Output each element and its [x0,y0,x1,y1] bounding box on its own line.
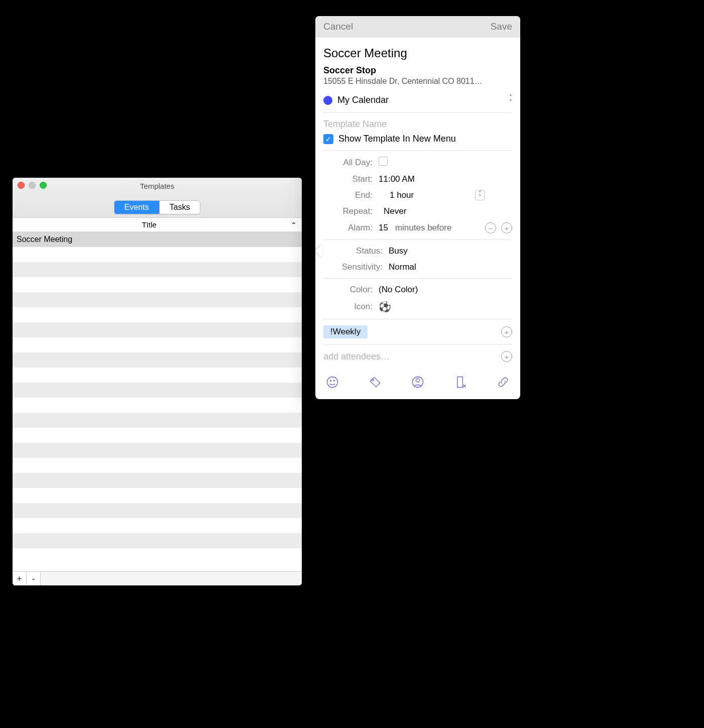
show-in-menu-row[interactable]: ✓ Show Template In New Menu [323,134,512,144]
table-row[interactable] [13,458,302,473]
chevron-down-icon[interactable]: ˅ [479,195,482,199]
tab-events[interactable]: Events [114,201,159,214]
timing-section: All Day: Start: 11:00 AM End: 1 hour ˄˅ … [323,151,512,240]
table-row[interactable] [13,383,302,398]
color-value[interactable]: (No Color) [379,285,512,295]
icon-label: Icon: [323,302,379,312]
template-name-field[interactable]: Template Name [323,119,512,130]
table-row[interactable] [13,307,302,322]
sort-chevron-icon[interactable]: ⌃ [286,221,302,229]
add-template-button[interactable]: + [13,572,27,585]
calendar-picker[interactable]: My Calendar ˄˅ [323,93,512,113]
tab-tasks[interactable]: Tasks [159,201,200,214]
table-row[interactable] [13,398,302,413]
attendees-section: add attendees… + [323,345,512,368]
calendar-name: My Calendar [337,95,389,105]
tag-icon[interactable] [368,375,382,391]
attendees-field[interactable]: add attendees… [323,351,390,362]
alarm-value[interactable]: 15 [379,223,388,233]
svg-point-5 [416,379,420,382]
table-row[interactable] [13,428,302,443]
window-minimize-button[interactable] [29,182,36,189]
window-controls [18,182,47,189]
save-button[interactable]: Save [491,21,512,32]
end-label: End: [323,190,379,200]
window-zoom-button[interactable] [40,182,47,189]
table-row[interactable] [13,548,302,563]
remove-alarm-button[interactable]: − [485,222,496,233]
status-label: Status: [323,246,389,256]
popover-bottom-toolbar [315,368,520,399]
color-label: Color: [323,285,379,295]
sensitivity-value[interactable]: Normal [389,262,512,272]
event-editor-popover: Cancel Save Soccer Meeting Soccer Stop 1… [315,16,520,399]
table-row[interactable] [13,443,302,458]
add-tag-button[interactable]: + [501,326,512,337]
table-row[interactable] [13,292,302,307]
repeat-label: Repeat: [323,206,379,216]
template-section: Template Name ✓ Show Template In New Men… [323,113,512,151]
end-value[interactable]: 1 hour [379,190,475,200]
event-title[interactable]: Soccer Meeting [323,46,512,60]
link-icon[interactable] [496,375,510,391]
tags-section: !Weekly + [323,319,512,345]
tag-chip[interactable]: !Weekly [323,325,368,338]
calendar-color-dot-icon [323,96,332,105]
table-row[interactable] [13,533,302,548]
svg-point-0 [327,377,338,388]
table-row[interactable] [13,518,302,533]
show-in-menu-label: Show Template In New Menu [338,134,456,144]
alarm-unit[interactable]: minutes before [395,223,451,233]
svg-point-2 [334,381,335,382]
table-row[interactable] [13,503,302,518]
all-day-label: All Day: [323,158,379,168]
table-row[interactable] [13,337,302,352]
table-row[interactable] [13,413,302,428]
table-row[interactable] [13,368,302,383]
duration-stepper[interactable]: ˄˅ [475,190,485,200]
start-label: Start: [323,174,379,184]
sensitivity-label: Sensitivity: [323,262,389,272]
appearance-section: Color: (No Color) Icon: ⚽ [323,279,512,319]
table-row[interactable] [13,488,302,503]
svg-point-3 [372,379,374,381]
attendee-icon[interactable] [411,375,425,391]
note-icon[interactable] [453,375,467,391]
show-in-menu-checkbox[interactable]: ✓ [323,134,333,144]
icon-value[interactable]: ⚽ [379,301,512,313]
status-value[interactable]: Busy [389,246,512,256]
updown-icon[interactable]: ˄˅ [509,95,512,105]
add-alarm-button[interactable]: + [501,222,512,233]
location-name[interactable]: Soccer Stop [323,65,512,76]
location-address[interactable]: 15055 E Hinsdale Dr, Centennial CO 8011… [323,77,512,86]
remove-template-button[interactable]: - [27,572,41,585]
window-close-button[interactable] [18,182,25,189]
table-row[interactable] [13,277,302,292]
table-row[interactable] [13,473,302,488]
alarm-label: Alarm: [323,223,379,233]
repeat-value[interactable]: Never [379,206,475,216]
cancel-button[interactable]: Cancel [323,21,353,32]
template-type-segmented: Events Tasks [114,200,201,214]
popover-toolbar: Cancel Save [315,16,520,37]
status-section: Status: Busy Sensitivity: Normal [323,240,512,279]
table-row[interactable] [13,322,302,337]
all-day-checkbox[interactable] [379,157,388,166]
column-title: TItle [13,220,286,229]
window-titlebar: Templates Events Tasks [13,178,302,218]
svg-point-1 [330,381,331,382]
table-row[interactable] [13,262,302,277]
add-attendee-button[interactable]: + [501,351,512,362]
list-column-header[interactable]: TItle ⌃ [13,218,302,232]
templates-window: Templates Events Tasks TItle ⌃ Soccer Me… [13,178,302,585]
table-row[interactable]: Soccer Meeting [13,232,302,247]
table-row[interactable] [13,352,302,368]
list-footer: + - [13,571,302,585]
emoji-icon[interactable] [325,375,339,391]
start-value[interactable]: 11:00 AM [379,174,475,184]
table-row[interactable] [13,247,302,262]
window-title: Templates [13,178,302,190]
templates-list: Soccer Meeting [13,232,302,571]
